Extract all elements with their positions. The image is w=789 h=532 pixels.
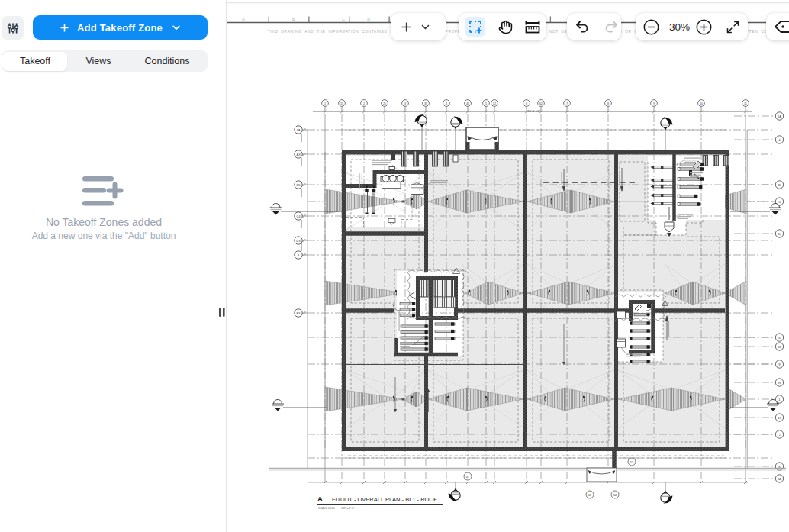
svg-text:5: 5 (485, 102, 487, 105)
svg-text:15: 15 (340, 102, 343, 105)
svg-text:47: 47 (466, 475, 470, 479)
svg-text:52: 52 (493, 102, 496, 105)
svg-text:45: 45 (466, 102, 469, 105)
svg-text:D3: D3 (296, 239, 301, 243)
svg-text:SCALE 1:100: SCALE 1:100 (318, 507, 335, 510)
svg-text:B: B (778, 183, 781, 187)
svg-text:68'-4 1/2": 68'-4 1/2" (527, 109, 541, 113)
svg-text:9: 9 (653, 102, 655, 105)
svg-text:11: 11 (744, 102, 747, 105)
svg-text:8: 8 (607, 102, 609, 105)
svg-text:F3: F3 (297, 311, 301, 315)
svg-text:6: 6 (526, 102, 527, 105)
svg-text:8A: 8A (778, 477, 781, 481)
svg-text:A3: A3 (296, 153, 301, 156)
svg-text:25: 25 (383, 102, 386, 105)
svg-text:10: 10 (700, 102, 703, 105)
svg-text:1A: 1A (778, 114, 781, 118)
svg-text:2: 2 (363, 102, 365, 105)
svg-text:1: 1 (324, 102, 326, 105)
svg-text:1/8" = 1'-0": 1/8" = 1'-0" (341, 507, 355, 510)
svg-text:3: 3 (404, 102, 406, 105)
svg-text:FITOUT - OVERALL PLAN - BL1 -: FITOUT - OVERALL PLAN - BL1 - ROOF (332, 496, 437, 503)
svg-text:D: D (367, 17, 370, 21)
svg-text:35: 35 (424, 102, 427, 105)
svg-text:C4: C4 (296, 214, 301, 218)
svg-text:13: 13 (778, 416, 781, 420)
svg-text:13: 13 (630, 460, 634, 464)
svg-text:12: 12 (613, 493, 617, 497)
svg-text:7: 7 (566, 102, 568, 105)
svg-text:C: C (342, 17, 345, 21)
svg-text:4: 4 (446, 102, 447, 105)
svg-text:B: B (292, 17, 295, 21)
svg-text:95: 95 (778, 381, 781, 385)
svg-text:A: A (242, 17, 245, 21)
svg-text:D: D (778, 232, 781, 236)
svg-text:A: A (317, 495, 323, 503)
svg-text:65: 65 (778, 345, 781, 349)
svg-text:J: J (778, 433, 780, 437)
svg-text:62: 62 (539, 102, 543, 105)
svg-text:1A: 1A (296, 128, 300, 132)
svg-text:11: 11 (588, 493, 592, 497)
svg-text:B5: B5 (296, 183, 301, 187)
svg-text:C: C (778, 200, 781, 204)
